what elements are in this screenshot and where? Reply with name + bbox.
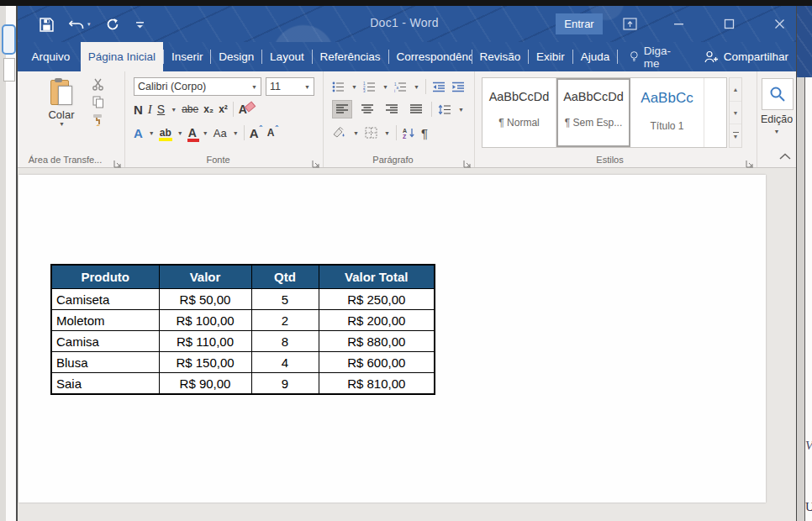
bold-button[interactable]: N bbox=[134, 103, 143, 117]
cell-valor[interactable]: R$ 90,00 bbox=[159, 373, 251, 395]
text-effects-dropdown-icon[interactable]: ▼ bbox=[149, 130, 155, 136]
styles-dialog-launcher[interactable] bbox=[746, 156, 754, 165]
editing-dropdown-icon[interactable]: ▼ bbox=[757, 129, 796, 134]
bullets-button[interactable] bbox=[332, 82, 345, 92]
styles-scroll-down-button[interactable]: ▼ bbox=[730, 102, 741, 125]
superscript-button[interactable]: x² bbox=[219, 103, 228, 115]
style-normal[interactable]: AaBbCcDd ¶ Normal bbox=[482, 78, 556, 147]
cell-produto[interactable]: Camisa bbox=[51, 331, 159, 352]
customize-qat-button[interactable] bbox=[135, 20, 145, 29]
header-qtd[interactable]: Qtd bbox=[251, 265, 319, 289]
borders-dropdown-icon[interactable]: ▼ bbox=[384, 130, 390, 136]
cut-button[interactable] bbox=[92, 78, 104, 91]
shrink-font-button[interactable]: Aˆ bbox=[267, 127, 278, 139]
bullets-dropdown-icon[interactable]: ▼ bbox=[351, 84, 357, 90]
highlight-dropdown-icon[interactable]: ▼ bbox=[177, 130, 183, 136]
font-size-combo[interactable]: 11 ▼ bbox=[266, 77, 314, 96]
tab-correspondencias[interactable]: Correspondênci bbox=[388, 42, 471, 71]
paste-dropdown-icon[interactable]: ▼ bbox=[59, 121, 65, 127]
align-right-button[interactable] bbox=[382, 101, 401, 118]
style-no-spacing[interactable]: AaBbCcDd ¶ Sem Esp... bbox=[556, 78, 630, 147]
align-center-button[interactable] bbox=[358, 101, 377, 118]
multilevel-list-button[interactable]: 1ai bbox=[394, 82, 407, 92]
justify-button[interactable] bbox=[407, 101, 425, 118]
cell-produto[interactable]: Blusa bbox=[51, 352, 159, 373]
font-size-dropdown-icon[interactable]: ▼ bbox=[304, 84, 310, 90]
collapse-ribbon-button[interactable] bbox=[779, 149, 791, 164]
cell-valor-total[interactable]: R$ 880,00 bbox=[319, 331, 435, 352]
change-case-dropdown-icon[interactable]: ▼ bbox=[233, 130, 239, 136]
close-button[interactable] bbox=[767, 13, 791, 34]
multilevel-dropdown-icon[interactable]: ▼ bbox=[414, 84, 419, 90]
styles-scroll-up-button[interactable]: ▲ bbox=[730, 78, 741, 102]
undo-button[interactable]: ▾ bbox=[69, 18, 91, 31]
cell-produto[interactable]: Moletom bbox=[51, 310, 159, 331]
shading-button[interactable] bbox=[332, 127, 346, 139]
increase-indent-button[interactable] bbox=[451, 82, 465, 92]
cell-valor[interactable]: R$ 150,00 bbox=[159, 352, 251, 373]
ribbon-display-options-button[interactable] bbox=[618, 13, 641, 34]
highlight-button[interactable]: ab bbox=[160, 127, 171, 139]
cell-qtd[interactable]: 9 bbox=[251, 373, 319, 395]
cell-qtd[interactable]: 5 bbox=[251, 289, 319, 310]
sort-button[interactable]: AZ bbox=[403, 127, 415, 139]
share-button[interactable]: Compartilhar bbox=[697, 42, 796, 71]
cell-valor[interactable]: R$ 110,00 bbox=[159, 331, 251, 352]
change-case-button[interactable]: Aa bbox=[214, 127, 227, 139]
tab-revisao[interactable]: Revisão bbox=[472, 42, 528, 71]
tab-ajuda[interactable]: Ajuda bbox=[573, 42, 618, 71]
tab-referencias[interactable]: Referências bbox=[313, 42, 388, 71]
maximize-button[interactable] bbox=[717, 13, 741, 34]
tab-inserir[interactable]: Inserir bbox=[164, 42, 211, 71]
shading-dropdown-icon[interactable]: ▼ bbox=[353, 130, 359, 136]
header-valor-total[interactable]: Valor Total bbox=[319, 265, 435, 289]
font-color-button[interactable]: A bbox=[188, 126, 197, 139]
font-dialog-launcher[interactable] bbox=[312, 156, 320, 165]
clipboard-dialog-launcher[interactable] bbox=[113, 156, 122, 165]
subscript-button[interactable]: x₂ bbox=[203, 103, 214, 115]
underline-dropdown-icon[interactable]: ▼ bbox=[171, 107, 177, 113]
cell-produto[interactable]: Saia bbox=[51, 373, 159, 395]
show-paragraph-marks-button[interactable]: ¶ bbox=[421, 126, 428, 140]
format-painter-button[interactable] bbox=[92, 113, 104, 126]
sign-in-button[interactable]: Entrar bbox=[556, 13, 603, 34]
strikethrough-button[interactable]: abe bbox=[182, 103, 198, 115]
minimize-button[interactable] bbox=[667, 13, 690, 34]
save-button[interactable] bbox=[40, 18, 54, 32]
tab-pagina-inicial[interactable]: Página Inicial bbox=[81, 42, 163, 71]
grow-font-button[interactable]: Aˆ bbox=[250, 126, 262, 140]
numbering-dropdown-icon[interactable]: ▼ bbox=[382, 84, 388, 90]
underline-button[interactable]: S bbox=[157, 103, 165, 116]
cell-valor-total[interactable]: R$ 200,00 bbox=[319, 310, 435, 331]
line-spacing-button[interactable] bbox=[438, 104, 451, 115]
font-color-dropdown-icon[interactable]: ▼ bbox=[203, 130, 208, 136]
cell-produto[interactable]: Camiseta bbox=[51, 289, 159, 310]
font-name-dropdown-icon[interactable]: ▼ bbox=[251, 84, 257, 90]
cell-valor-total[interactable]: R$ 600,00 bbox=[319, 352, 435, 373]
text-effects-button[interactable]: A bbox=[134, 126, 143, 140]
redo-button[interactable] bbox=[106, 18, 120, 32]
font-name-combo[interactable]: Calibri (Corpo) ▼ bbox=[134, 77, 261, 96]
cell-valor[interactable]: R$ 100,00 bbox=[159, 310, 251, 331]
header-produto[interactable]: Produto bbox=[51, 265, 159, 289]
undo-dropdown-icon[interactable]: ▾ bbox=[87, 21, 91, 28]
cell-valor-total[interactable]: R$ 250,00 bbox=[319, 289, 435, 310]
italic-button[interactable]: I bbox=[148, 103, 152, 117]
cell-valor[interactable]: R$ 50,00 bbox=[159, 289, 251, 310]
style-heading-1[interactable]: AaBbCc Título 1 bbox=[630, 78, 704, 147]
cell-qtd[interactable]: 2 bbox=[251, 310, 319, 331]
tab-arquivo[interactable]: Arquivo bbox=[24, 42, 78, 71]
find-button[interactable] bbox=[762, 78, 794, 110]
header-valor[interactable]: Valor bbox=[159, 265, 251, 289]
align-left-button[interactable] bbox=[332, 100, 352, 118]
tab-layout[interactable]: Layout bbox=[262, 42, 312, 71]
document-page[interactable]: Produto Valor Qtd Valor Total Camiseta R… bbox=[18, 175, 766, 503]
decrease-indent-button[interactable] bbox=[432, 82, 446, 92]
cell-valor-total[interactable]: R$ 810,00 bbox=[319, 373, 435, 395]
line-spacing-dropdown-icon[interactable]: ▼ bbox=[458, 107, 464, 113]
styles-more-button[interactable]: ▼ bbox=[730, 124, 741, 147]
clear-formatting-button[interactable]: A bbox=[239, 103, 247, 116]
paste-button[interactable]: Colar ▼ bbox=[40, 78, 83, 144]
cell-qtd[interactable]: 4 bbox=[251, 352, 319, 373]
numbering-button[interactable]: 123 bbox=[363, 82, 376, 92]
